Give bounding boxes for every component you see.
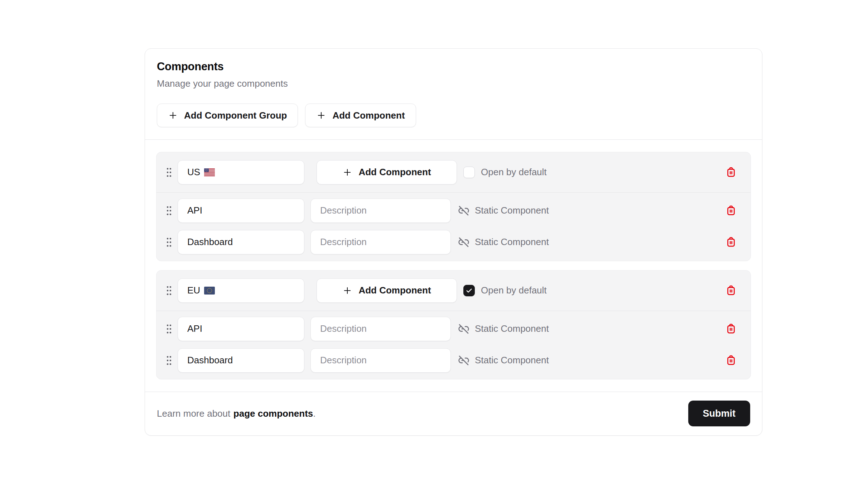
group-name-input[interactable]: US <box>178 160 304 185</box>
plus-icon <box>342 167 352 177</box>
open-by-default-field: Open by default <box>463 167 547 178</box>
trash-icon <box>725 284 737 296</box>
plus-icon <box>342 286 352 296</box>
link-off-icon <box>458 323 469 335</box>
component-description-input[interactable] <box>310 230 451 254</box>
groups-list: US <box>145 140 762 392</box>
submit-button[interactable]: Submit <box>688 401 751 426</box>
component-description-field <box>310 348 451 373</box>
component-name-input[interactable] <box>178 317 304 341</box>
component-row-api: Static Component <box>156 195 751 226</box>
static-component-status: Static Component <box>458 236 549 248</box>
open-by-default-checkbox[interactable] <box>463 167 475 178</box>
card-footer: Learn more aboutpage components. Submit <box>145 392 762 435</box>
component-name-input[interactable] <box>178 198 304 223</box>
trash-icon <box>725 323 737 335</box>
open-by-default-label: Open by default <box>481 285 547 296</box>
page-subtitle: Manage your page components <box>157 78 750 89</box>
trash-icon <box>725 354 737 366</box>
component-group-eu: EU Add Component <box>156 270 751 379</box>
add-component-button[interactable]: Add Component <box>305 104 416 127</box>
learn-more-text: Learn more aboutpage components. <box>157 408 316 419</box>
delete-group-button[interactable] <box>725 166 737 178</box>
static-component-label: Static Component <box>475 236 549 248</box>
delete-group-button[interactable] <box>725 284 737 296</box>
component-name-input[interactable] <box>178 348 304 373</box>
component-row-api: Static Component <box>156 313 751 345</box>
group-name-value: EU <box>187 285 200 296</box>
component-name-field <box>178 348 304 373</box>
group-header-row: US <box>156 152 751 192</box>
open-by-default-field: Open by default <box>463 285 547 296</box>
static-component-label: Static Component <box>475 323 549 334</box>
eu-flag-icon <box>204 287 215 295</box>
group-components: Static Component <box>156 193 751 261</box>
component-description-field <box>310 230 451 254</box>
trash-icon <box>725 166 737 178</box>
header-toolbar: Add Component Group Add Component <box>157 104 750 127</box>
static-component-status: Static Component <box>458 323 549 335</box>
delete-component-button[interactable] <box>725 354 737 366</box>
drag-handle-icon[interactable] <box>166 355 172 366</box>
add-component-group-label: Add Component Group <box>184 110 287 121</box>
learn-more-suffix: . <box>313 408 315 419</box>
component-description-input[interactable] <box>310 198 451 223</box>
plus-icon <box>316 110 326 120</box>
component-description-input[interactable] <box>310 317 451 341</box>
page-title: Components <box>157 60 750 73</box>
component-name-field <box>178 317 304 341</box>
trash-icon <box>725 205 737 216</box>
group-add-component-button[interactable]: Add Component <box>317 160 457 185</box>
learn-more-prefix: Learn more about <box>157 408 230 419</box>
us-flag-icon <box>204 168 215 176</box>
component-description-input[interactable] <box>310 348 451 373</box>
drag-handle-icon[interactable] <box>166 205 172 216</box>
group-components: Static Component <box>156 311 751 379</box>
group-name-input[interactable]: EU <box>178 278 304 303</box>
drag-handle-icon[interactable] <box>166 285 172 296</box>
static-component-label: Static Component <box>475 205 549 216</box>
static-component-status: Static Component <box>458 205 549 216</box>
card-header: Components Manage your page components A… <box>145 49 762 139</box>
drag-handle-icon[interactable] <box>166 324 172 334</box>
group-add-component-button[interactable]: Add Component <box>317 278 457 303</box>
components-card: Components Manage your page components A… <box>145 48 762 436</box>
static-component-status: Static Component <box>458 355 549 366</box>
trash-icon <box>725 236 737 248</box>
link-off-icon <box>458 236 469 248</box>
check-icon <box>466 287 473 294</box>
delete-component-button[interactable] <box>725 323 737 335</box>
group-add-component-label: Add Component <box>358 285 431 296</box>
delete-component-button[interactable] <box>725 205 737 216</box>
drag-handle-icon[interactable] <box>166 237 172 248</box>
component-row-dashboard: Static Component <box>156 226 751 258</box>
open-by-default-checkbox[interactable] <box>463 285 475 296</box>
component-description-field <box>310 317 451 341</box>
link-off-icon <box>458 205 469 216</box>
delete-component-button[interactable] <box>725 236 737 248</box>
open-by-default-label: Open by default <box>481 167 547 178</box>
page-components-link[interactable]: page components <box>233 408 313 419</box>
plus-icon <box>168 110 178 120</box>
add-component-label: Add Component <box>332 110 405 121</box>
link-off-icon <box>458 355 469 366</box>
static-component-label: Static Component <box>475 355 549 366</box>
component-description-field <box>310 198 451 223</box>
component-name-field <box>178 230 304 254</box>
component-group-us: US <box>156 152 751 261</box>
add-component-group-button[interactable]: Add Component Group <box>157 104 298 127</box>
group-header-row: EU Add Component <box>156 271 751 311</box>
component-row-dashboard: Static Component <box>156 345 751 376</box>
group-add-component-label: Add Component <box>358 167 431 178</box>
group-name-value: US <box>187 167 200 178</box>
drag-handle-icon[interactable] <box>166 167 172 178</box>
component-name-input[interactable] <box>178 230 304 254</box>
component-name-field <box>178 198 304 223</box>
